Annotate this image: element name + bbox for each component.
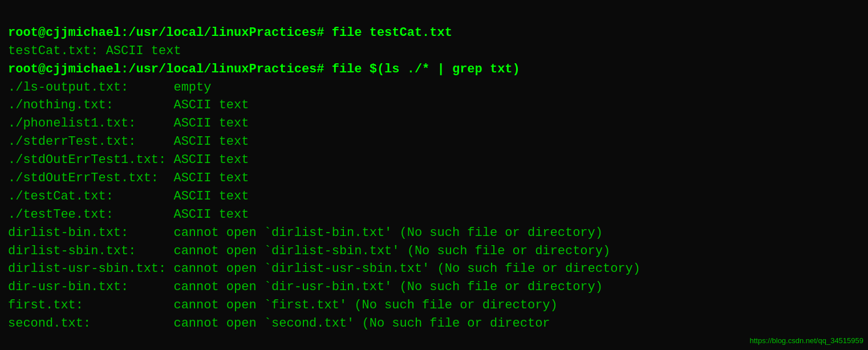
terminal-line-out12: dirlist-usr-sbin.txt: cannot open `dirli… [8,260,860,278]
terminal-line-out11: dirlist-sbin.txt: cannot open `dirlist-s… [8,242,860,261]
terminal-line-out3: ./nothing.txt: ASCII text [8,96,860,115]
terminal-line-out6: ./stdOutErrTest1.txt: ASCII text [8,151,860,169]
watermark: https://blog.csdn.net/qq_34515959 [750,336,864,347]
terminal-line-out9: ./testTee.txt: ASCII text [8,206,860,224]
terminal-line-cmd2: root@cjjmichael:/usr/local/linuxPractice… [8,60,860,79]
terminal-line-out7: ./stdOutErrTest.txt: ASCII text [8,169,860,188]
terminal-line-out2: ./ls-output.txt: empty [8,79,860,97]
terminal-line-out8: ./testCat.txt: ASCII text [8,188,860,206]
terminal-output: root@cjjmichael:/usr/local/linuxPractice… [8,6,860,333]
terminal-line-out13: dir-usr-bin.txt: cannot open `dir-usr-bi… [8,278,860,296]
terminal-line-out14: first.txt: cannot open `first.txt' (No s… [8,296,860,315]
terminal-line-out4: ./phonelist1.txt: ASCII text [8,115,860,133]
terminal-line-out5: ./stderrTest.txt: ASCII text [8,133,860,151]
terminal-line-cmd1: root@cjjmichael:/usr/local/linuxPractice… [8,24,860,42]
terminal-line-out1: testCat.txt: ASCII text [8,42,860,60]
terminal-line-out10: dirlist-bin.txt: cannot open `dirlist-bi… [8,224,860,242]
terminal-line-out15: second.txt: cannot open `second.txt' (No… [8,315,860,333]
